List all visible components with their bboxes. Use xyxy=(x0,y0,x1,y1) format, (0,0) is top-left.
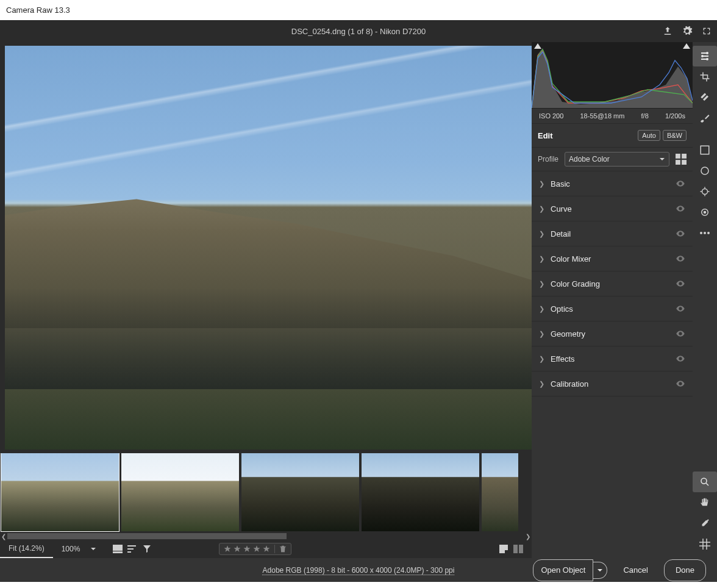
panel-optics[interactable]: ❯Optics xyxy=(532,296,693,321)
zoom-fit-button[interactable]: Fit (14.2%) xyxy=(0,540,53,558)
sort-icon[interactable] xyxy=(125,542,140,556)
svg-rect-10 xyxy=(682,154,687,159)
panel-curve[interactable]: ❯Curve xyxy=(532,196,693,221)
image-viewer[interactable] xyxy=(5,46,532,450)
profile-value: Adobe Color xyxy=(569,155,610,163)
scrollbar-track[interactable] xyxy=(7,533,524,539)
exif-shutter: 1/200s xyxy=(665,112,685,120)
panel-calibration[interactable]: ❯Calibration xyxy=(532,371,693,396)
hand-tool-icon[interactable] xyxy=(693,492,717,513)
visibility-icon[interactable] xyxy=(676,229,685,238)
sampler-tool-icon[interactable] xyxy=(693,513,717,534)
svg-rect-7 xyxy=(513,545,518,553)
panel-label: Curve xyxy=(551,204,572,213)
redeye-tool-icon[interactable] xyxy=(693,202,717,223)
svg-point-22 xyxy=(704,232,706,234)
svg-rect-12 xyxy=(682,160,687,165)
svg-rect-8 xyxy=(519,545,523,553)
grid-tool-icon[interactable] xyxy=(693,534,717,554)
tool-column xyxy=(693,42,717,558)
document-title: DSC_0254.dng (1 of 8) - Nikon D7200 xyxy=(291,27,426,36)
zoom-tool-icon[interactable] xyxy=(693,471,717,492)
thumbnail[interactable] xyxy=(482,453,518,531)
thumbnail[interactable] xyxy=(241,453,359,531)
svg-point-14 xyxy=(701,55,704,57)
done-button[interactable]: Done xyxy=(664,559,706,581)
exif-iso: ISO 200 xyxy=(539,112,563,120)
visibility-icon[interactable] xyxy=(676,254,685,264)
panel-color-mixer[interactable]: ❯Color Mixer xyxy=(532,246,693,271)
svg-rect-11 xyxy=(676,160,680,165)
filter-icon[interactable] xyxy=(140,542,154,556)
scrollbar-thumb[interactable] xyxy=(7,533,287,539)
edit-title: Edit xyxy=(538,131,553,140)
radial-gradient-icon[interactable] xyxy=(693,160,717,181)
fullscreen-icon[interactable] xyxy=(701,26,712,37)
view-mode-icon[interactable] xyxy=(110,542,125,556)
healing-tool-icon[interactable] xyxy=(693,87,717,108)
panel-detail[interactable]: ❯Detail xyxy=(532,221,693,246)
status-bar: Adobe RGB (1998) - 8 bit - 6000 x 4000 (… xyxy=(0,558,717,582)
svg-rect-1 xyxy=(113,551,123,553)
chevron-right-icon: ❯ xyxy=(539,305,544,313)
svg-rect-4 xyxy=(127,551,131,553)
visibility-icon[interactable] xyxy=(676,304,685,314)
svg-point-23 xyxy=(707,232,710,234)
exif-lens: 18-55@18 mm xyxy=(580,112,625,120)
open-dropdown-icon[interactable] xyxy=(593,562,607,579)
profile-browser-icon[interactable] xyxy=(676,154,687,165)
histogram[interactable] xyxy=(532,42,693,109)
eyedropper-icon[interactable] xyxy=(693,181,717,202)
visibility-icon[interactable] xyxy=(676,279,685,289)
edit-header: Edit Auto B&W xyxy=(532,124,693,148)
rating-stars[interactable] xyxy=(219,543,291,555)
svg-rect-3 xyxy=(127,548,134,550)
single-view-icon[interactable] xyxy=(496,542,511,556)
crop-tool-icon[interactable] xyxy=(693,66,717,87)
panel-geometry[interactable]: ❯Geometry xyxy=(532,321,693,346)
edit-tool-icon[interactable] xyxy=(693,46,717,66)
svg-rect-0 xyxy=(113,545,123,551)
thumbnail[interactable] xyxy=(362,453,479,531)
visibility-icon[interactable] xyxy=(676,204,685,213)
panel-basic[interactable]: ❯Basic xyxy=(532,171,693,196)
panel-label: Color Mixer xyxy=(551,254,591,264)
profile-row: Profile Adobe Color xyxy=(532,148,693,171)
zoom-100-button[interactable]: 100% xyxy=(53,540,89,558)
svg-rect-16 xyxy=(701,146,709,154)
panel-label: Effects xyxy=(551,354,575,364)
chevron-right-icon: ❯ xyxy=(539,355,544,363)
visibility-icon[interactable] xyxy=(676,329,685,339)
filmstrip-scrollbar[interactable]: ❮ ❯ xyxy=(0,532,532,540)
cancel-button[interactable]: Cancel xyxy=(618,560,652,581)
open-object-button[interactable]: Open Object xyxy=(533,559,593,581)
settings-icon[interactable] xyxy=(682,26,693,37)
panel-effects[interactable]: ❯Effects xyxy=(532,346,693,371)
exif-bar: ISO 200 18-55@18 mm f/8 1/200s xyxy=(532,109,693,124)
workflow-link[interactable]: Adobe RGB (1998) - 8 bit - 6000 x 4000 (… xyxy=(263,566,455,575)
viewer-toolbar: Fit (14.2%) 100% xyxy=(0,540,532,558)
window-titlebar: Camera Raw 13.3 xyxy=(0,0,717,20)
auto-button[interactable]: Auto xyxy=(638,130,660,141)
export-icon[interactable] xyxy=(662,26,673,37)
scroll-right-icon[interactable]: ❯ xyxy=(524,532,532,540)
visibility-icon[interactable] xyxy=(676,179,685,188)
visibility-icon[interactable] xyxy=(676,379,685,389)
panel-color-grading[interactable]: ❯Color Grading xyxy=(532,271,693,296)
delete-icon[interactable] xyxy=(274,545,287,553)
bw-button[interactable]: B&W xyxy=(663,130,687,141)
profile-label: Profile xyxy=(538,155,558,163)
brush-tool-icon[interactable] xyxy=(693,108,717,129)
preview-image xyxy=(5,46,532,450)
compare-view-icon[interactable] xyxy=(511,542,526,556)
thumbnail[interactable] xyxy=(1,453,119,531)
thumbnail[interactable] xyxy=(121,453,239,531)
profile-select[interactable]: Adobe Color xyxy=(565,152,669,167)
scroll-left-icon[interactable]: ❮ xyxy=(0,532,7,540)
more-icon[interactable] xyxy=(693,223,717,243)
linear-gradient-icon[interactable] xyxy=(693,140,717,160)
svg-point-21 xyxy=(700,232,702,234)
visibility-icon[interactable] xyxy=(676,354,685,364)
zoom-dropdown[interactable] xyxy=(88,540,98,558)
svg-point-20 xyxy=(704,211,707,214)
